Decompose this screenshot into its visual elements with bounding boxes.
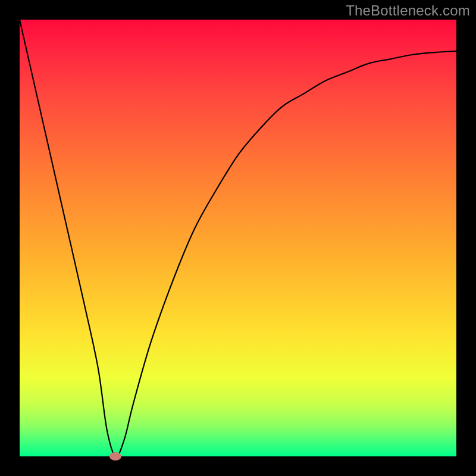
plot-area <box>20 20 456 456</box>
optimum-marker <box>109 452 121 461</box>
watermark-text: TheBottleneck.com <box>346 2 470 19</box>
bottleneck-curve <box>20 20 456 456</box>
chart-frame: TheBottleneck.com <box>0 0 476 476</box>
